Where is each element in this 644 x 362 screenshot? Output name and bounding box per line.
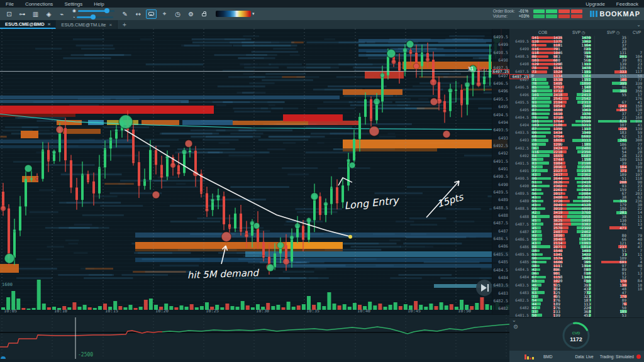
volume-bar [435, 306, 438, 310]
volume-bubble [347, 159, 350, 163]
ladder-header-svp[interactable]: SVP ◷ [572, 30, 585, 35]
price-tick-label: 6495.5 [494, 97, 508, 102]
collapse-chevron-icon[interactable]: ⌄ [512, 317, 516, 323]
menu-feedback[interactable]: Feedback [611, 1, 644, 7]
volume-bar [11, 291, 15, 310]
volume-label: Volume: [493, 14, 515, 19]
liquidity-band [358, 49, 509, 52]
volume-bubble [380, 73, 384, 77]
ladder-header-svp[interactable]: SVP ◷ [607, 30, 619, 35]
volume-bubble [460, 104, 463, 106]
volume-bubble [177, 172, 180, 175]
volume-bar [353, 303, 357, 310]
candle [70, 160, 72, 187]
volume-scale-slider[interactable] [77, 16, 113, 18]
volume-bubble [465, 82, 470, 87]
annotation-long-entry: Long Entry [343, 194, 400, 212]
cvd-gauge-area: ⌄ ⚙ CVD1172 [509, 317, 644, 351]
volume-bubble [448, 88, 452, 92]
menu-file[interactable]: File [0, 1, 19, 7]
tab-esu5-bmd[interactable]: ESU5.CME@BMD× [0, 20, 56, 29]
cvd-svg: -2500 [0, 315, 509, 362]
volume-bar [246, 305, 250, 310]
volume-bubble [200, 192, 203, 194]
tab-close-icon[interactable]: × [48, 21, 51, 27]
candle [19, 206, 21, 230]
volume-bar [271, 306, 275, 310]
volume-bar [78, 307, 82, 310]
volume-bar [169, 306, 173, 310]
note-icon[interactable] [146, 9, 157, 19]
legend-cell [558, 9, 570, 13]
volume-bar [251, 307, 255, 310]
volume-bubble [409, 51, 412, 54]
liquidity-band [358, 39, 509, 42]
menu-help[interactable]: Help [88, 1, 109, 7]
volume-bar [118, 306, 122, 310]
tabbar-chevron-icon[interactable]: ⌄ [636, 20, 644, 29]
colormap-strip[interactable] [216, 11, 251, 17]
menu-upgrade[interactable]: Upgrade [580, 1, 611, 7]
volume-bar [108, 307, 112, 310]
volume-bubble [216, 194, 220, 198]
timer-icon[interactable]: ◷ [172, 9, 183, 19]
candle [42, 150, 44, 179]
volume-bar [134, 308, 138, 310]
tab-esu5-tm-lite[interactable]: ESU5.CME@TM.Lite× [56, 20, 118, 29]
heatmap-contrast-slider[interactable] [78, 10, 114, 12]
volume-bar [185, 307, 189, 310]
volume-bar [317, 302, 321, 310]
cvd-subchart[interactable]: -2500 [0, 314, 509, 362]
volume-bar [144, 300, 148, 310]
volume-bubble [426, 58, 430, 62]
replay-button[interactable] [476, 280, 492, 296]
candle [64, 128, 67, 160]
candle [449, 90, 452, 111]
volume-bar [1, 307, 5, 310]
pencil-icon[interactable]: ✎ [119, 9, 130, 19]
volume-bar [327, 292, 331, 310]
liquidity-band [63, 129, 101, 134]
volume-bar [429, 304, 433, 310]
candle [308, 220, 310, 239]
price-tick-label: 6485.5 [494, 252, 508, 257]
liquidity-band [343, 148, 437, 151]
legend-cell [571, 9, 582, 13]
link-icon[interactable]: ⌁ [57, 9, 67, 19]
volume-bubble [421, 52, 423, 54]
menu-connections[interactable]: Connections [19, 1, 58, 7]
connections-icon[interactable]: ⊶ [17, 9, 28, 19]
annotation-15pts: 15pts [436, 191, 465, 210]
heatmap-chart[interactable]: 10:0510:1010:1510:2010:2510:3010:3510:40… [0, 29, 509, 314]
candle [30, 178, 33, 180]
volume-bar [465, 305, 469, 310]
large-volume-bubble [152, 191, 160, 199]
volume-bar [384, 307, 387, 310]
colormap-caret-icon[interactable]: ▾ [252, 11, 255, 16]
cvd-scale-label: -2500 [78, 352, 93, 358]
settings-icon[interactable]: ⚙ [186, 9, 196, 19]
price-tick-label: 6489 [498, 197, 508, 202]
ladder-header-cvp[interactable]: CVP [633, 30, 641, 35]
lock-icon[interactable] [199, 9, 209, 19]
volume-bar [424, 307, 428, 310]
liquidity-band [270, 264, 509, 268]
navigate-icon[interactable]: ◈ [43, 9, 54, 19]
tab-close-icon[interactable]: × [109, 22, 112, 28]
menu-settings[interactable]: Settings [58, 1, 88, 7]
connection-name: BMD [543, 354, 552, 359]
crosshair-icon[interactable]: ⌖ [159, 9, 170, 19]
ladder-header-cob[interactable]: COB [538, 30, 547, 35]
volume-bubble [13, 229, 16, 232]
volume-bar [322, 306, 326, 310]
candle [319, 196, 321, 215]
screenshot-icon[interactable]: ⊡ [4, 9, 14, 19]
candle [149, 150, 152, 180]
volume-profile-icon[interactable]: ▥ [30, 9, 41, 19]
orderbook-legend [533, 9, 582, 18]
add-tab-button[interactable]: + [118, 20, 131, 29]
candle [398, 62, 401, 70]
gauge-settings-gear-icon[interactable]: ⚙ [513, 324, 518, 330]
price-axis[interactable]: 6499.564996498.564986497.564976496.56496… [492, 29, 509, 314]
measure-icon[interactable]: ↔ [133, 9, 143, 19]
